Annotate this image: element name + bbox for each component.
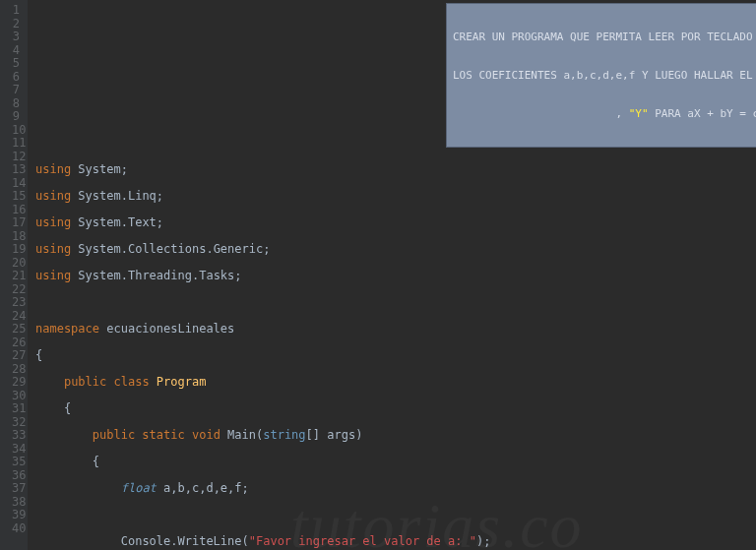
- line-number: 31: [12, 402, 20, 416]
- comment-line-1: CREAR UN PROGRAMA QUE PERMITA LEER POR T…: [453, 31, 756, 43]
- line-number: 39: [12, 509, 20, 522]
- line-number: 33: [12, 429, 20, 443]
- line-number: 40: [12, 522, 20, 536]
- line-number: 21: [12, 270, 20, 283]
- line-number: 22: [12, 283, 20, 297]
- line-number: 25: [12, 323, 20, 336]
- line-number: 29: [12, 376, 20, 390]
- comment-y: "Y": [629, 107, 649, 120]
- line-number: 18: [12, 230, 20, 244]
- line-number: 35: [12, 456, 20, 469]
- line-number: 13: [12, 163, 20, 177]
- line-number: 3: [12, 31, 20, 44]
- line-number: 32: [12, 416, 20, 430]
- line-number: 8: [12, 97, 20, 111]
- line-number: 9: [12, 110, 20, 124]
- line-number: 34: [12, 443, 20, 457]
- line-number: 17: [12, 216, 20, 230]
- line-number: 12: [12, 151, 20, 164]
- line-number: 1: [12, 4, 20, 18]
- line-number: 26: [12, 336, 20, 350]
- line-number: 2: [12, 18, 20, 31]
- line-number: 20: [12, 257, 20, 271]
- line-number: 24: [12, 310, 20, 324]
- line-number: 28: [12, 363, 20, 377]
- line-number: 6: [12, 71, 20, 85]
- line-number: 27: [12, 349, 20, 363]
- line-number: 5: [12, 57, 20, 71]
- line-number: 37: [12, 482, 20, 496]
- code-area[interactable]: CREAR UN PROGRAMA QUE PERMITA LEER POR T…: [28, 0, 756, 550]
- comment-line-3a: ,: [615, 107, 628, 120]
- line-number: 30: [12, 390, 20, 403]
- comment-line-3b: PARA aX + bY = c; dX +eY = f: [649, 107, 756, 120]
- code-editor[interactable]: 1234567891011121314151617181920212223242…: [0, 0, 756, 550]
- line-number: 15: [12, 190, 20, 204]
- watermark-text: tutorias.co: [290, 519, 584, 533]
- line-number: 10: [12, 124, 20, 138]
- line-number: 38: [12, 496, 20, 510]
- header-comment-block: CREAR UN PROGRAMA QUE PERMITA LEER POR T…: [446, 3, 756, 148]
- line-number: 7: [12, 84, 20, 97]
- line-number: 36: [12, 469, 20, 483]
- line-number: 23: [12, 296, 20, 310]
- line-number: 11: [12, 137, 20, 151]
- line-gutter: 1234567891011121314151617181920212223242…: [0, 0, 28, 550]
- line-number: 19: [12, 243, 20, 257]
- line-number: 4: [12, 44, 20, 58]
- line-number: 14: [12, 177, 20, 191]
- line-number: 16: [12, 204, 20, 217]
- comment-line-2a: LOS COEFICIENTES a,b,c,d,e,f Y LUEGO HAL…: [453, 69, 756, 82]
